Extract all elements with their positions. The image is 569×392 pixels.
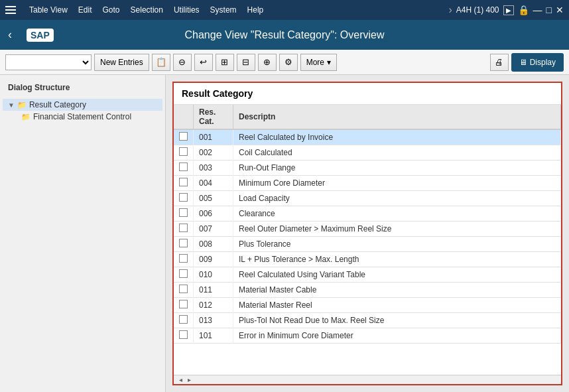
table-row[interactable]: 004Minimum Core Diameter bbox=[174, 176, 561, 191]
row-checkbox-cell bbox=[174, 191, 194, 206]
row-checkbox[interactable] bbox=[179, 315, 188, 324]
sidebar-item-result-category[interactable]: ▼ 📁 Result Category bbox=[3, 99, 162, 111]
menu-selection[interactable]: Selection bbox=[131, 5, 163, 15]
undo-icon-button[interactable]: ↩ bbox=[194, 54, 213, 71]
sidebar-item-financial-statement[interactable]: 📁 Financial Statement Control bbox=[3, 111, 162, 123]
result-panel: Result Category Res. Cat. Descriptn 001R… bbox=[172, 82, 562, 385]
row-description: IL + Plus Tolerance > Max. Length bbox=[233, 252, 561, 267]
sidebar-item-label: Result Category bbox=[29, 100, 86, 109]
col-descriptn[interactable]: Descriptn bbox=[233, 105, 561, 129]
table-row[interactable]: 003Run-Out Flange bbox=[174, 161, 561, 176]
table-row[interactable]: 005Load Capacity bbox=[174, 191, 561, 206]
table-row[interactable]: 012Material Master Reel bbox=[174, 298, 561, 313]
menu-edit[interactable]: Edit bbox=[78, 5, 92, 15]
row-checkbox[interactable] bbox=[179, 147, 188, 156]
table-row[interactable]: 007Reel Outer Diameter > Maximum Reel Si… bbox=[174, 222, 561, 237]
row-description: Reel Calculated by Invoice bbox=[233, 129, 561, 145]
row-checkbox-cell bbox=[174, 145, 194, 161]
main-content: Dialog Structure ▼ 📁 Result Category 📁 F… bbox=[0, 75, 569, 392]
row-checkbox[interactable] bbox=[179, 208, 188, 217]
row-description: Clearance bbox=[233, 206, 561, 222]
row-description: Error in Minimum Core Diameter bbox=[233, 328, 561, 344]
copy-icon-button[interactable]: 📋 bbox=[152, 54, 170, 71]
toolbar: New Entries 📋 ⊖ ↩ ⊞ ⊟ ⊕ ⚙ More ▾ 🖨 🖥 Dis… bbox=[0, 50, 569, 75]
row-description: Plus-Tol Not Read Due to Max. Reel Size bbox=[233, 313, 561, 328]
row-checkbox-cell bbox=[174, 313, 194, 328]
row-code: 005 bbox=[194, 191, 233, 206]
table-row[interactable]: 101Error in Minimum Core Diameter bbox=[174, 328, 561, 344]
more-dropdown-icon: ▾ bbox=[327, 58, 331, 67]
row-code: 004 bbox=[194, 176, 233, 191]
row-checkbox[interactable] bbox=[179, 254, 188, 263]
table-header-row: Res. Cat. Descriptn bbox=[174, 105, 561, 129]
row-code: 009 bbox=[194, 252, 233, 267]
menu-goto[interactable]: Goto bbox=[103, 5, 120, 15]
system-info: › A4H (1) 400 ▶ 🔒 — □ ✕ bbox=[449, 4, 564, 16]
page-title: Change View "Result Category": Overview bbox=[185, 29, 385, 41]
table-row[interactable]: 011Material Master Cable bbox=[174, 283, 561, 298]
row-checkbox[interactable] bbox=[179, 193, 188, 202]
row-checkbox-cell bbox=[174, 129, 194, 145]
row-checkbox[interactable] bbox=[179, 330, 188, 339]
menu-bar: Table View Edit Goto Selection Utilities… bbox=[0, 0, 569, 20]
table-row[interactable]: 013Plus-Tol Not Read Due to Max. Reel Si… bbox=[174, 313, 561, 328]
config-icon-button[interactable]: ⚙ bbox=[279, 54, 298, 71]
scroll-right-icon[interactable]: ▸ bbox=[185, 376, 194, 383]
tree-expand-icon: ▼ bbox=[8, 101, 15, 109]
split-icon-button[interactable]: ⊟ bbox=[237, 54, 255, 71]
row-checkbox[interactable] bbox=[179, 285, 188, 293]
delete-icon-button[interactable]: ⊖ bbox=[173, 54, 192, 71]
row-checkbox[interactable] bbox=[179, 269, 188, 278]
table-row[interactable]: 010Reel Calculated Using Variant Table bbox=[174, 267, 561, 283]
more-button[interactable]: More ▾ bbox=[300, 54, 337, 71]
menu-system[interactable]: System bbox=[210, 5, 237, 15]
row-checkbox-cell bbox=[174, 267, 194, 283]
row-checkbox-cell bbox=[174, 222, 194, 237]
row-code: 012 bbox=[194, 298, 233, 313]
toolbar-select[interactable] bbox=[5, 54, 92, 70]
new-entries-button[interactable]: New Entries bbox=[94, 54, 149, 71]
row-checkbox[interactable] bbox=[179, 178, 188, 186]
scroll-left-icon[interactable]: ◂ bbox=[176, 376, 185, 383]
table-row[interactable]: 006Clearance bbox=[174, 206, 561, 222]
row-code: 002 bbox=[194, 145, 233, 161]
row-checkbox[interactable] bbox=[179, 163, 188, 171]
row-code: 008 bbox=[194, 237, 233, 252]
result-table: Res. Cat. Descriptn 001Reel Calculated b… bbox=[174, 105, 561, 344]
row-checkbox[interactable] bbox=[179, 132, 188, 141]
row-code: 006 bbox=[194, 206, 233, 222]
display-button[interactable]: 🖥 Display bbox=[511, 53, 564, 72]
row-checkbox[interactable] bbox=[179, 300, 188, 308]
col-res-cat[interactable]: Res. Cat. bbox=[194, 105, 233, 129]
row-checkbox[interactable] bbox=[179, 239, 188, 247]
row-checkbox-cell bbox=[174, 298, 194, 313]
table-container[interactable]: Res. Cat. Descriptn 001Reel Calculated b… bbox=[174, 105, 561, 375]
table-row[interactable]: 009IL + Plus Tolerance > Max. Length bbox=[174, 252, 561, 267]
row-description: Load Capacity bbox=[233, 191, 561, 206]
merge-icon-button[interactable]: ⊕ bbox=[258, 54, 277, 71]
table-row[interactable]: 008Plus Tolerance bbox=[174, 237, 561, 252]
row-checkbox-cell bbox=[174, 237, 194, 252]
menu-utilities[interactable]: Utilities bbox=[174, 5, 200, 15]
display-icon: 🖥 bbox=[519, 58, 527, 67]
sidebar: Dialog Structure ▼ 📁 Result Category 📁 F… bbox=[0, 75, 166, 392]
back-button[interactable]: ‹ bbox=[8, 28, 12, 42]
hamburger-menu[interactable] bbox=[5, 6, 16, 14]
print-button[interactable]: 🖨 bbox=[490, 54, 509, 71]
scroll-indicator: ◂ ▸ bbox=[174, 375, 561, 384]
table-row[interactable]: 001Reel Calculated by Invoice bbox=[174, 129, 561, 145]
row-description: Material Master Cable bbox=[233, 283, 561, 298]
menu-help[interactable]: Help bbox=[247, 5, 264, 15]
table-row[interactable]: 002Coil Calculated bbox=[174, 145, 561, 161]
row-checkbox-cell bbox=[174, 328, 194, 344]
row-description: Material Master Reel bbox=[233, 298, 561, 313]
row-code: 001 bbox=[194, 129, 233, 145]
folder-icon: 📁 bbox=[17, 101, 27, 109]
row-code: 007 bbox=[194, 222, 233, 237]
row-checkbox-cell bbox=[174, 252, 194, 267]
row-code: 010 bbox=[194, 267, 233, 283]
folder-icon-sub: 📁 bbox=[21, 113, 31, 121]
move-icon-button[interactable]: ⊞ bbox=[216, 54, 234, 71]
row-checkbox[interactable] bbox=[179, 224, 188, 232]
menu-table-view[interactable]: Table View bbox=[29, 5, 68, 15]
